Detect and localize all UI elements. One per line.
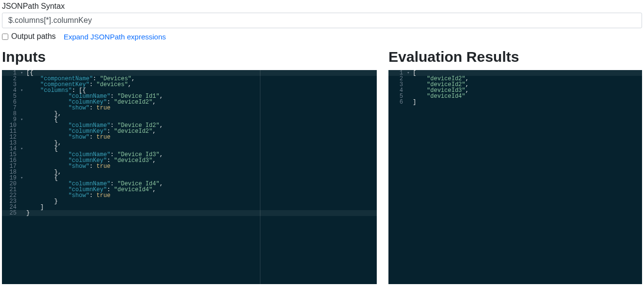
line-number: 6 — [388, 99, 407, 105]
fold-gutter[interactable] — [20, 158, 26, 163]
line-number: 3 — [2, 82, 20, 88]
fold-gutter[interactable] — [20, 105, 26, 111]
editor-line: 5 "deviceId4" — [388, 93, 642, 99]
fold-gutter[interactable] — [20, 204, 26, 210]
fold-gutter[interactable] — [20, 82, 26, 88]
editor-line: 8 }, — [2, 111, 377, 117]
fold-gutter[interactable] — [407, 88, 413, 93]
editor-line: 25 } — [2, 210, 377, 216]
fold-gutter[interactable] — [20, 169, 26, 175]
fold-gutter[interactable] — [20, 210, 26, 216]
fold-gutter[interactable] — [407, 82, 413, 88]
line-number: 6 — [2, 99, 20, 105]
line-number: 4 — [2, 88, 20, 93]
fold-gutter[interactable] — [20, 198, 26, 204]
fold-gutter[interactable] — [20, 163, 26, 169]
output-paths-checkbox[interactable] — [2, 34, 8, 40]
line-number: 5 — [388, 93, 407, 99]
editor-line: 23 } — [2, 198, 377, 204]
fold-gutter[interactable]: ▾ — [20, 175, 26, 181]
fold-gutter[interactable] — [20, 134, 26, 140]
fold-gutter[interactable] — [20, 187, 26, 193]
fold-gutter[interactable] — [20, 99, 26, 105]
fold-gutter[interactable] — [20, 140, 26, 146]
editor-line: 24 ] — [2, 204, 377, 210]
editor-ruler — [260, 70, 260, 284]
line-number: 3 — [388, 82, 407, 88]
line-number: 25 — [2, 210, 20, 216]
editor-line: 13 }, — [2, 140, 377, 146]
output-paths-label: Output paths — [11, 32, 56, 41]
line-number: 2 — [388, 76, 407, 82]
fold-gutter[interactable] — [20, 93, 26, 99]
fold-gutter[interactable]: ▾ — [407, 70, 413, 76]
fold-gutter[interactable] — [20, 123, 26, 128]
inputs-editor[interactable]: 1▾[{2 "componentName": "Devices",3 "comp… — [2, 70, 377, 284]
fold-gutter[interactable] — [20, 181, 26, 187]
fold-gutter[interactable] — [20, 128, 26, 134]
fold-gutter[interactable] — [20, 111, 26, 117]
line-number: 2 — [2, 76, 20, 82]
line-number: 5 — [2, 93, 20, 99]
fold-gutter[interactable] — [407, 76, 413, 82]
expand-jsonpath-link[interactable]: Expand JSONPath expressions — [64, 33, 166, 41]
fold-gutter[interactable]: ▾ — [20, 146, 26, 152]
line-number: 4 — [388, 88, 407, 93]
line-number: 8 — [2, 111, 20, 117]
fold-gutter[interactable]: ▾ — [20, 88, 26, 93]
fold-gutter[interactable] — [20, 193, 26, 198]
results-heading: Evaluation Results — [388, 49, 642, 65]
jsonpath-syntax-label: JSONPath Syntax — [2, 2, 642, 11]
jsonpath-input[interactable] — [2, 13, 642, 28]
results-editor[interactable]: 1▾[2 "deviceId2",3 "deviceId2",4 "device… — [388, 70, 642, 284]
fold-gutter[interactable] — [407, 99, 413, 105]
line-number: 1 — [2, 70, 20, 76]
editor-line: 18 }, — [2, 169, 377, 175]
fold-gutter[interactable]: ▾ — [20, 117, 26, 123]
fold-gutter[interactable] — [407, 93, 413, 99]
fold-gutter[interactable]: ▾ — [20, 70, 26, 76]
editor-line: 22 "show": true — [2, 193, 377, 198]
line-number: 1 — [388, 70, 407, 76]
fold-gutter[interactable] — [20, 152, 26, 158]
fold-gutter[interactable] — [20, 76, 26, 82]
inputs-heading: Inputs — [2, 49, 377, 65]
line-number: 7 — [2, 105, 20, 111]
editor-line: 6 ] — [388, 99, 642, 105]
